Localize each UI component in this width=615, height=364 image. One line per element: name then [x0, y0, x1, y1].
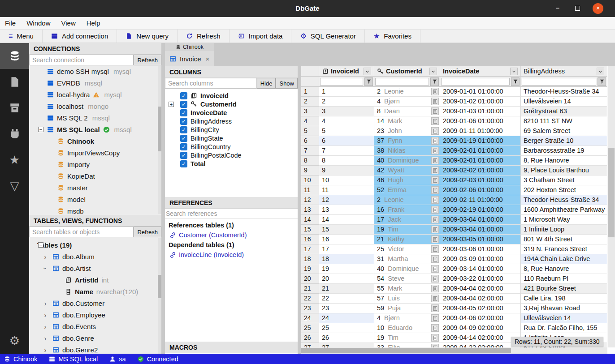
tables-search-input[interactable] [29, 227, 134, 237]
customerid-cell[interactable]: 37 Fynn [374, 136, 440, 146]
row-number-cell[interactable]: 4 [301, 116, 319, 126]
checkbox-checked[interactable]: ✓ [180, 160, 187, 167]
row-number-cell[interactable]: 2 [301, 97, 319, 107]
open-detail-button[interactable] [431, 157, 439, 164]
billingaddress-cell[interactable]: 202 Hoxton Street [521, 185, 607, 195]
invoiceid-cell[interactable]: 13 [319, 205, 374, 215]
row-number-cell[interactable]: 24 [301, 313, 319, 323]
menu-view[interactable]: View [61, 19, 76, 27]
row-number-cell[interactable]: 13 [301, 205, 319, 215]
table-item[interactable]: ›dbo.Events [29, 321, 161, 332]
open-detail-button[interactable] [431, 265, 439, 273]
billingaddress-cell[interactable]: 421 Bourke Street [521, 284, 607, 294]
column-item[interactable]: Namenvarchar(120) [29, 286, 161, 297]
minimize-button[interactable]: − [552, 3, 563, 14]
favorites-button[interactable]: ★Favorites [365, 30, 420, 43]
chevron-down-icon[interactable]: › [42, 266, 49, 271]
checkbox-checked[interactable]: ✓ [180, 92, 187, 99]
refresh-button[interactable]: Refresh [178, 30, 230, 43]
invoiceid-cell[interactable]: 6 [319, 136, 374, 146]
settings-button[interactable]: ⚙ [0, 328, 29, 354]
column-header-billingaddress[interactable]: BillingAddress [521, 66, 607, 77]
open-detail-button[interactable] [431, 137, 439, 145]
customerid-cell[interactable]: 59 Puja [374, 304, 440, 313]
column-header-invoiceid[interactable]: InvoiceId [319, 66, 374, 77]
open-detail-button[interactable] [431, 334, 439, 342]
chevron-right-icon[interactable]: › [43, 346, 48, 354]
billingaddress-cell[interactable]: 1 Microsoft Way [521, 215, 607, 225]
database-item[interactable]: KopieDat [29, 170, 161, 182]
open-detail-button[interactable] [431, 236, 439, 243]
column-item[interactable]: ArtistIdint [29, 274, 161, 286]
open-detail-button[interactable] [431, 107, 439, 115]
checkbox-checked[interactable]: ✓ [180, 143, 187, 150]
invoiceid-cell[interactable]: 7 [319, 146, 374, 156]
open-detail-button[interactable] [431, 216, 439, 223]
row-number-cell[interactable]: 11 [301, 185, 319, 195]
billingaddress-cell[interactable]: 3 Chatham Street [521, 176, 607, 185]
connection-item[interactable]: MS SQL 2mssql [29, 112, 161, 124]
open-detail-button[interactable] [431, 127, 439, 135]
customerid-cell[interactable]: 19 Tim [374, 225, 440, 235]
column-checkbox-item[interactable]: ✓ InvoiceDate [165, 108, 298, 117]
chevron-right-icon[interactable]: › [43, 253, 48, 261]
row-number-cell[interactable]: 20 [301, 274, 319, 284]
connection-item-expanded[interactable]: −MS SQL localmssql [29, 124, 161, 135]
customerid-cell[interactable]: 54 Steve [374, 274, 440, 284]
invoiceid-cell[interactable]: 21 [319, 284, 374, 294]
invoicedate-cell[interactable]: 2009-03-04 01:00:00 [440, 215, 521, 225]
filter-input[interactable] [375, 78, 429, 86]
invoiceid-cell[interactable]: 26 [319, 333, 374, 343]
billingaddress-cell[interactable]: Theodor-Heuss-Straße 34 [521, 87, 607, 97]
column-menu-button[interactable] [510, 68, 518, 75]
billingaddress-cell[interactable]: Theodor-Heuss-Straße 34 [521, 195, 607, 205]
tab-close-icon[interactable]: × [206, 55, 210, 63]
rail-files-tab[interactable] [0, 69, 29, 95]
row-number-cell[interactable]: 9 [301, 166, 319, 176]
invoiceid-cell[interactable]: 3 [319, 107, 374, 116]
table-item[interactable]: ›dbo.Customer [29, 297, 161, 309]
row-number-cell[interactable]: 25 [301, 323, 319, 333]
references-search-input[interactable] [165, 209, 298, 218]
customerid-cell[interactable]: 46 Hugh [374, 176, 440, 185]
column-checkbox-item[interactable]: ✓ BillingCity [165, 125, 298, 134]
customerid-cell[interactable]: 40 Dominique [374, 264, 440, 274]
database-item[interactable]: model [29, 193, 161, 205]
invoiceid-cell[interactable]: 19 [319, 264, 374, 274]
customerid-cell[interactable]: 40 Dominique [374, 156, 440, 166]
invoicedate-cell[interactable]: 2009-04-22 02:00:00 [440, 343, 521, 347]
billingaddress-cell[interactable]: 8, Rue Hanovre [521, 156, 607, 166]
invoiceid-cell[interactable]: 12 [319, 195, 374, 205]
customerid-cell[interactable]: 2 Leonie [374, 195, 440, 205]
table-item[interactable]: ›dbo.Employee [29, 309, 161, 321]
checkbox-checked[interactable]: ✓ [180, 118, 187, 125]
billingaddress-cell[interactable]: 319 N. Frances Street [521, 244, 607, 254]
chevron-right-icon[interactable]: › [43, 334, 48, 342]
new-query-button[interactable]: New query [117, 30, 178, 43]
filter-button[interactable] [598, 77, 606, 86]
open-detail-button[interactable] [431, 285, 439, 292]
connection-item[interactable]: demo SSH mysqlmysql [29, 65, 161, 77]
customerid-cell[interactable]: 57 Luis [374, 294, 440, 304]
column-checkbox-item[interactable]: ✓ Total [165, 159, 298, 168]
customerid-cell[interactable]: 19 Tim [374, 333, 440, 343]
invoicedate-cell[interactable]: 2009-02-02 01:00:00 [440, 166, 521, 176]
rail-archive-tab[interactable] [0, 95, 29, 121]
connection-item[interactable]: EVRDBmssql [29, 77, 161, 89]
row-number-cell[interactable]: 1 [301, 87, 319, 97]
customerid-cell[interactable]: 23 John [374, 126, 440, 136]
invoiceid-cell[interactable]: 8 [319, 156, 374, 166]
row-number-cell[interactable]: 3 [301, 107, 319, 116]
invoicedate-cell[interactable]: 2009-02-06 01:00:00 [440, 185, 521, 195]
row-number-cell[interactable]: 14 [301, 215, 319, 225]
filter-input[interactable] [320, 78, 363, 86]
row-number-cell[interactable]: 6 [301, 136, 319, 146]
billingaddress-cell[interactable]: 8210 111 ST NW [521, 116, 607, 126]
invoiceid-cell[interactable]: 14 [319, 215, 374, 225]
tables-refresh-button[interactable]: Refresh [134, 227, 161, 237]
invoiceid-cell[interactable]: 18 [319, 254, 374, 264]
rail-connections-tab[interactable] [0, 43, 29, 69]
customerid-cell[interactable]: 42 Wyatt [374, 166, 440, 176]
invoicedate-cell[interactable]: 2009-01-02 01:00:00 [440, 97, 521, 107]
column-checkbox-item[interactable]: ✓ InvoiceId [165, 91, 298, 100]
